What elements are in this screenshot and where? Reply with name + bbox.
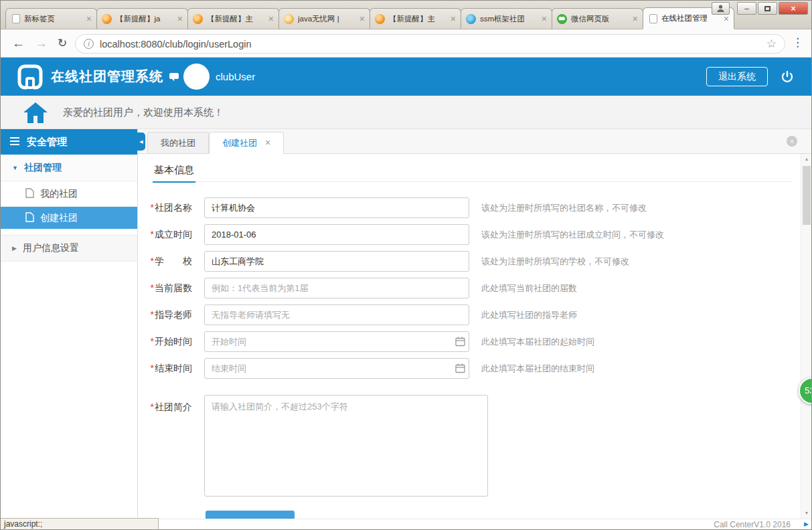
close-all-tabs-button[interactable]: × <box>787 136 797 147</box>
field-label: *结束时间 <box>138 358 192 379</box>
tab-close-icon[interactable]: × <box>359 14 365 23</box>
sidebar-item-my-club[interactable]: 我的社团 <box>0 181 137 207</box>
field-label: *开始时间 <box>138 331 192 352</box>
page-icon <box>12 14 20 23</box>
tab-label: 我的社团 <box>161 132 195 153</box>
sidebar-item-label: 我的社团 <box>40 188 78 200</box>
form-row-club-intro: *社团简介 <box>138 395 801 497</box>
end-date-input[interactable] <box>204 358 469 379</box>
document-icon <box>649 14 657 23</box>
current-term-input[interactable] <box>204 278 469 298</box>
content-tab-create-club[interactable]: 创建社团 × <box>209 132 284 154</box>
qq-message-icon <box>102 14 112 24</box>
sidebar-group-user-settings[interactable]: ▶ 用户信息设置 <box>0 235 137 262</box>
field-label-text: 当前届数 <box>155 282 192 293</box>
form-row-start-date: *开始时间 此处填写本届社团的起始时间 <box>138 331 801 352</box>
start-date-input[interactable] <box>204 331 469 352</box>
tab-close-icon[interactable]: × <box>724 14 729 23</box>
club-name-input[interactable] <box>204 197 469 218</box>
tab-close-icon[interactable]: × <box>177 14 183 23</box>
field-hint: 此处填写本届社团的结束时间 <box>481 358 594 379</box>
info-icon[interactable]: i <box>84 39 94 49</box>
field-label-text: 社团名称 <box>155 202 192 213</box>
home-icon[interactable] <box>23 102 48 126</box>
url-text[interactable]: localhost:8080/club/login/userLogin <box>100 39 252 50</box>
app-header: 在线社团管理系统 clubUser 退出系统 <box>0 58 812 96</box>
tab-close-icon[interactable]: × <box>268 14 274 23</box>
back-button[interactable]: ← <box>12 29 25 57</box>
partial-submit-button[interactable] <box>206 511 295 519</box>
tab-close-icon[interactable]: × <box>451 14 456 23</box>
field-label-text: 指导老师 <box>155 309 192 320</box>
calendar-icon[interactable] <box>455 337 465 349</box>
sidebar-item-label: 创建社团 <box>40 212 78 224</box>
power-icon[interactable] <box>781 71 793 86</box>
maximize-button[interactable] <box>758 2 777 15</box>
browser-tab-java[interactable]: java无忧网 | × <box>278 8 370 29</box>
browser-tab-qq-3[interactable]: 【新提醒】主 × <box>370 8 461 29</box>
field-label-text: 结束时间 <box>155 363 192 373</box>
welcome-bar: 亲爱的社团用户，欢迎使用本系统！ <box>0 96 812 129</box>
logout-button[interactable]: 退出系统 <box>706 67 768 86</box>
browser-tab-qq-2[interactable]: 【新提醒】主 × <box>187 8 279 29</box>
form-row-school: *学 校 该处为注册时所填写的学校，不可修改 <box>138 251 801 272</box>
link-status-tooltip: javascript:; <box>0 518 159 530</box>
scroll-up-arrow[interactable]: ▲ <box>801 154 812 165</box>
app-logo-icon <box>17 64 43 92</box>
forward-button: → <box>35 29 48 57</box>
sidebar-group-club-management[interactable]: ▼ 社团管理 <box>0 155 137 181</box>
section-divider: 基本信息 <box>153 163 793 182</box>
browser-menu-icon[interactable]: ⋮ <box>792 35 803 50</box>
calendar-icon[interactable] <box>455 363 465 376</box>
tab-close-icon[interactable]: × <box>86 14 92 23</box>
form-panel: 基本信息 *社团名称 该处为注册时所填写的社团名称，不可修改 *成立时间 该处为… <box>138 154 801 519</box>
tab-close-icon[interactable]: × <box>633 14 638 23</box>
founding-date-input[interactable] <box>204 224 469 245</box>
screen: { "colors": { "header_blue": "#1787cb", … <box>0 0 812 530</box>
browser-tab-wechat[interactable]: 微信网页版 × <box>552 8 643 29</box>
content-tab-my-club[interactable]: 我的社团 <box>147 132 209 154</box>
address-bar[interactable]: i localhost:8080/club/login/userLogin ☆ <box>75 34 785 54</box>
club-intro-textarea[interactable] <box>204 395 488 497</box>
document-icon <box>25 188 34 200</box>
sidebar-spacer <box>0 229 137 235</box>
scroll-down-arrow[interactable]: ▼ <box>801 508 812 519</box>
tab-close-icon[interactable]: × <box>265 132 270 153</box>
required-asterisk: * <box>151 256 154 266</box>
tab-title: 微信网页版 <box>571 14 630 24</box>
minimize-button[interactable]: – <box>737 2 756 15</box>
field-hint: 该处为注册时所填写的社团名称，不可修改 <box>481 197 647 218</box>
field-label: *学 校 <box>138 251 192 272</box>
profile-button[interactable] <box>712 2 730 15</box>
sidebar-collapse-toggle[interactable]: ◀ <box>137 132 145 151</box>
scrollbar-thumb[interactable] <box>803 166 811 225</box>
caret-right-icon: ▶ <box>12 245 17 252</box>
field-hint: 该处为注册时所填写的学校，不可修改 <box>481 251 629 272</box>
refresh-button[interactable]: ↻ <box>58 29 67 57</box>
app-title: 在线社团管理系统 <box>51 58 163 96</box>
field-label-text: 成立时间 <box>155 229 192 240</box>
chat-bubble-icon[interactable] <box>169 72 179 85</box>
user-avatar[interactable] <box>183 64 210 90</box>
school-input[interactable] <box>204 251 469 272</box>
field-label: *指导老师 <box>138 304 192 325</box>
close-icon: × <box>791 4 795 13</box>
browser-tab-ssm[interactable]: ssm框架社团 × <box>461 8 552 29</box>
required-asterisk: * <box>151 202 154 213</box>
browser-tab-newtab[interactable]: 新标签页 × <box>5 8 97 29</box>
expand-arrow-icon[interactable]: ▶ <box>804 521 809 527</box>
advisor-input[interactable] <box>204 304 469 325</box>
section-title: 基本信息 <box>153 164 195 183</box>
maximize-icon <box>764 6 770 11</box>
close-window-button[interactable]: × <box>779 2 808 15</box>
browser-tab-strip: 新标签页 × 【新提醒】ja × 【新提醒】主 × java无忧网 | × 【新… <box>5 8 734 29</box>
bookmark-star-icon[interactable]: ☆ <box>766 37 777 51</box>
field-label: *当前届数 <box>138 278 192 298</box>
sidebar-item-create-club[interactable]: 创建社团 <box>0 207 137 229</box>
tab-close-icon[interactable]: × <box>542 14 547 23</box>
browser-tab-qq-1[interactable]: 【新提醒】ja × <box>96 8 188 29</box>
sidebar-header-security[interactable]: 安全管理 ◀ <box>0 129 137 155</box>
field-hint: 此处填写本届社团的起始时间 <box>481 331 594 352</box>
form-row-founding-date: *成立时间 该处为注册时所填写的社团成立时间，不可修改 <box>138 224 801 245</box>
scrollbar[interactable]: ▲ ▼ <box>801 154 812 519</box>
